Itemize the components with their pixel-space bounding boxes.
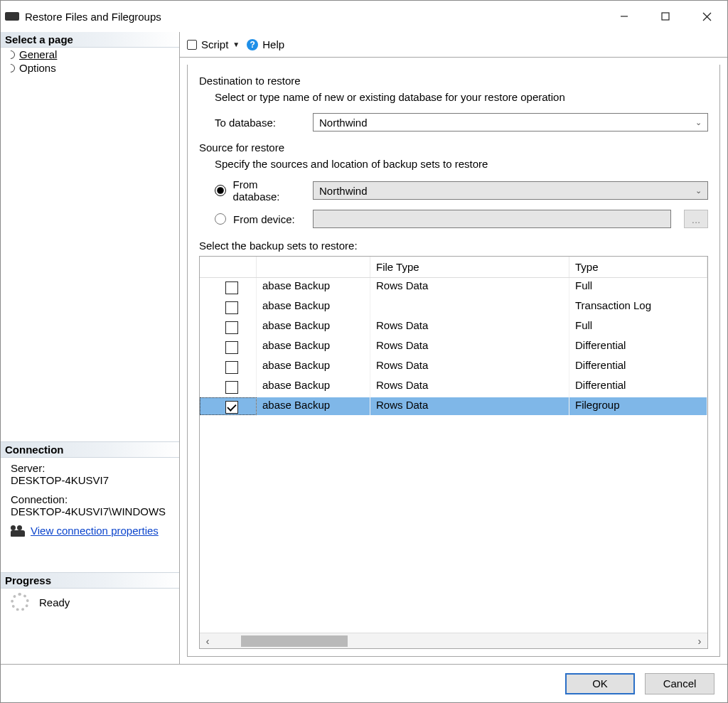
cell-name: abase Backup <box>257 298 370 318</box>
cell-file-type: Rows Data <box>370 358 569 377</box>
sidebar-item-options[interactable]: Options <box>4 61 179 75</box>
restore-checkbox[interactable] <box>225 281 238 294</box>
chevron-down-icon: ⌄ <box>695 186 702 195</box>
cell-file-type: Rows Data <box>370 338 569 358</box>
help-button[interactable]: ? Help <box>247 38 284 50</box>
script-button[interactable]: Script ▼ <box>187 38 240 50</box>
restore-checkbox[interactable] <box>225 301 238 314</box>
table-row[interactable]: abase BackupRows DataFull <box>200 278 707 298</box>
col-file-type[interactable]: File Type <box>370 257 569 277</box>
server-value: DESKTOP-4KUSVI7 <box>11 474 172 486</box>
scroll-thumb[interactable] <box>241 635 348 647</box>
sidebar-connection-header: Connection <box>1 441 179 458</box>
to-database-label: To database: <box>215 117 306 129</box>
to-database-value: Northwind <box>319 117 368 129</box>
select-backup-sets-label: Select the backup sets to restore: <box>199 240 708 252</box>
from-device-radio[interactable] <box>215 213 226 225</box>
server-label: Server: <box>11 462 172 474</box>
close-icon <box>702 12 712 21</box>
progress-block: Ready <box>1 589 179 621</box>
maximize-icon <box>661 12 670 21</box>
cell-type: Differential <box>569 358 707 377</box>
window: Restore Files and Filegroups Select a pa… <box>0 0 728 703</box>
minimize-icon <box>620 12 628 21</box>
table-row[interactable]: abase BackupRows DataFull <box>200 318 707 338</box>
destination-title: Destination to restore <box>199 75 708 87</box>
ok-button[interactable]: OK <box>565 673 635 694</box>
svg-rect-1 <box>662 13 669 20</box>
source-title: Source for restore <box>199 141 708 154</box>
table-row[interactable]: abase BackupRows DataDifferential <box>200 358 707 377</box>
sidebar-progress-header: Progress <box>1 572 179 589</box>
window-controls <box>604 1 727 32</box>
destination-subtitle: Select or type name of new or existing d… <box>215 91 708 103</box>
cell-name: abase Backup <box>257 358 370 377</box>
connection-value: DESKTOP-4KUSVI7\WINDOWS <box>11 505 172 517</box>
scroll-left-icon[interactable]: ‹ <box>200 635 215 647</box>
source-subtitle: Specify the sources and location of back… <box>215 158 708 170</box>
script-label: Script <box>201 38 228 50</box>
window-title: Restore Files and Filegroups <box>25 11 161 23</box>
cell-file-type: Rows Data <box>370 278 569 298</box>
close-button[interactable] <box>686 1 727 32</box>
col-restore[interactable] <box>200 257 257 277</box>
browse-device-button[interactable]: ... <box>684 210 708 228</box>
cell-file-type: Rows Data <box>370 377 569 397</box>
chevron-down-icon: ⌄ <box>695 118 702 127</box>
sidebar-item-label: Options <box>19 62 56 74</box>
cell-name: abase Backup <box>257 278 370 298</box>
cell-type: Full <box>569 318 707 338</box>
cell-file-type <box>370 298 569 318</box>
wrench-icon <box>5 62 17 74</box>
cell-name: abase Backup <box>257 397 370 415</box>
sidebar: Select a page General Options Connection… <box>1 32 180 664</box>
minimize-button[interactable] <box>604 1 645 32</box>
maximize-button[interactable] <box>645 1 686 32</box>
table-row[interactable]: abase BackupRows DataDifferential <box>200 338 707 358</box>
body: Select a page General Options Connection… <box>1 32 727 664</box>
from-database-value: Northwind <box>319 185 368 197</box>
cancel-label: Cancel <box>663 677 697 689</box>
toolbar: Script ▼ ? Help <box>180 32 727 58</box>
from-database-combo[interactable]: Northwind ⌄ <box>313 181 708 200</box>
restore-checkbox[interactable] <box>225 341 238 354</box>
cell-name: abase Backup <box>257 318 370 338</box>
help-icon: ? <box>247 39 258 50</box>
chevron-down-icon: ▼ <box>232 41 240 48</box>
grid-body: abase BackupRows DataFullabase BackupTra… <box>200 278 707 633</box>
from-database-radio[interactable] <box>215 185 226 196</box>
cell-name: abase Backup <box>257 377 370 397</box>
grid-hscrollbar[interactable]: ‹ › <box>200 633 707 648</box>
connection-info: Server: DESKTOP-4KUSVI7 Connection: DESK… <box>1 458 179 544</box>
restore-checkbox[interactable] <box>225 381 238 394</box>
scroll-right-icon[interactable]: › <box>692 635 707 647</box>
table-row[interactable]: abase BackupTransaction Log <box>200 298 707 318</box>
table-row[interactable]: abase BackupRows DataDifferential <box>200 377 707 397</box>
restore-checkbox[interactable] <box>225 321 238 334</box>
to-database-combo[interactable]: Northwind ⌄ <box>313 113 708 132</box>
help-label: Help <box>262 38 284 50</box>
ellipsis-icon: ... <box>692 213 701 225</box>
scroll-track[interactable] <box>215 633 692 648</box>
cell-type: Differential <box>569 377 707 397</box>
sidebar-item-general[interactable]: General <box>4 48 179 61</box>
main: Script ▼ ? Help Destination to restore S… <box>180 32 727 664</box>
view-connection-properties-link[interactable]: View connection properties <box>31 525 159 537</box>
col-name[interactable] <box>257 257 370 277</box>
cancel-button[interactable]: Cancel <box>645 673 714 694</box>
restore-checkbox[interactable] <box>225 401 238 414</box>
backup-sets-grid: File Type Type abase BackupRows DataFull… <box>199 256 708 649</box>
grid-header: File Type Type <box>200 257 707 278</box>
wrench-icon <box>5 48 17 60</box>
cell-file-type: Rows Data <box>370 318 569 338</box>
sidebar-item-label: General <box>19 48 57 60</box>
table-row[interactable]: abase BackupRows DataFilegroup <box>200 397 707 415</box>
col-type[interactable]: Type <box>569 257 707 277</box>
from-device-label: From device: <box>233 213 295 225</box>
script-icon <box>187 40 197 50</box>
from-database-label: From database: <box>233 178 306 203</box>
restore-checkbox[interactable] <box>225 361 238 374</box>
cell-type: Filegroup <box>569 397 707 415</box>
app-icon <box>5 12 19 21</box>
sidebar-pages-header: Select a page <box>1 32 179 48</box>
